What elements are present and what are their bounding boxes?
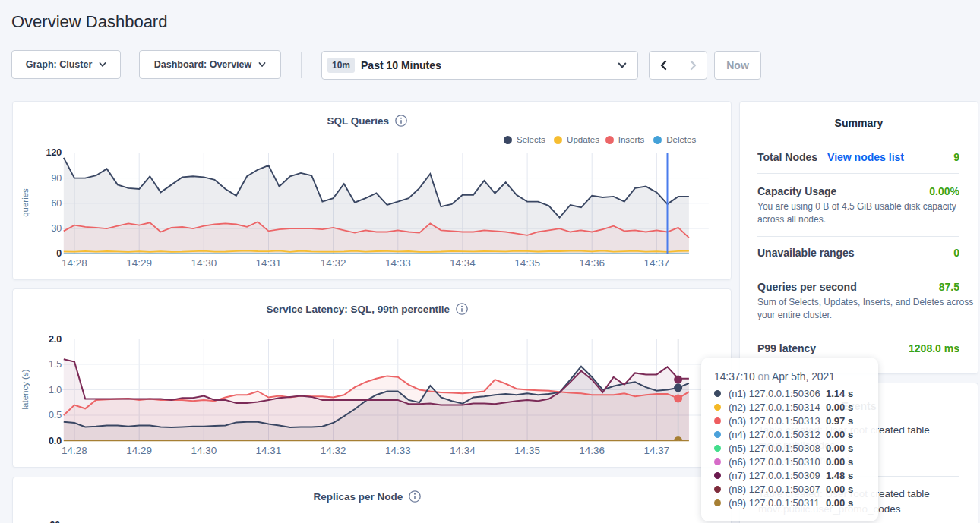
svg-text:14:32: 14:32 bbox=[320, 257, 346, 269]
svg-text:14:33: 14:33 bbox=[385, 257, 411, 269]
svg-text:14:30: 14:30 bbox=[191, 445, 217, 456]
svg-text:0.0: 0.0 bbox=[49, 436, 62, 446]
svg-text:14:31: 14:31 bbox=[255, 445, 281, 456]
svg-text:14:28: 14:28 bbox=[62, 257, 87, 269]
svg-text:90: 90 bbox=[51, 173, 62, 184]
svg-text:14:36: 14:36 bbox=[579, 445, 605, 456]
svg-text:14:29: 14:29 bbox=[126, 257, 152, 269]
svg-text:30: 30 bbox=[51, 223, 62, 234]
svg-text:14:31: 14:31 bbox=[255, 257, 281, 269]
svg-text:14:34: 14:34 bbox=[450, 445, 476, 456]
svg-text:1.0: 1.0 bbox=[49, 385, 62, 395]
svg-text:14:29: 14:29 bbox=[126, 445, 152, 456]
svg-text:14:28: 14:28 bbox=[62, 445, 87, 456]
svg-text:1.5: 1.5 bbox=[49, 359, 62, 370]
svg-text:14:33: 14:33 bbox=[385, 445, 411, 456]
svg-text:14:32: 14:32 bbox=[320, 445, 346, 456]
svg-text:14:34: 14:34 bbox=[450, 257, 476, 269]
svg-text:60: 60 bbox=[51, 198, 62, 209]
svg-text:14:35: 14:35 bbox=[514, 445, 540, 456]
svg-text:2.0: 2.0 bbox=[49, 334, 62, 345]
svg-text:90: 90 bbox=[49, 520, 60, 523]
svg-text:14:35: 14:35 bbox=[514, 257, 540, 269]
svg-text:14:37: 14:37 bbox=[643, 257, 669, 269]
svg-text:queries: queries bbox=[21, 188, 30, 217]
svg-text:14:37: 14:37 bbox=[643, 445, 669, 456]
svg-text:14:36: 14:36 bbox=[579, 257, 605, 269]
svg-text:latency (s): latency (s) bbox=[21, 369, 30, 409]
svg-text:14:30: 14:30 bbox=[191, 257, 217, 269]
svg-text:120: 120 bbox=[46, 147, 62, 158]
svg-text:0.5: 0.5 bbox=[49, 410, 62, 421]
